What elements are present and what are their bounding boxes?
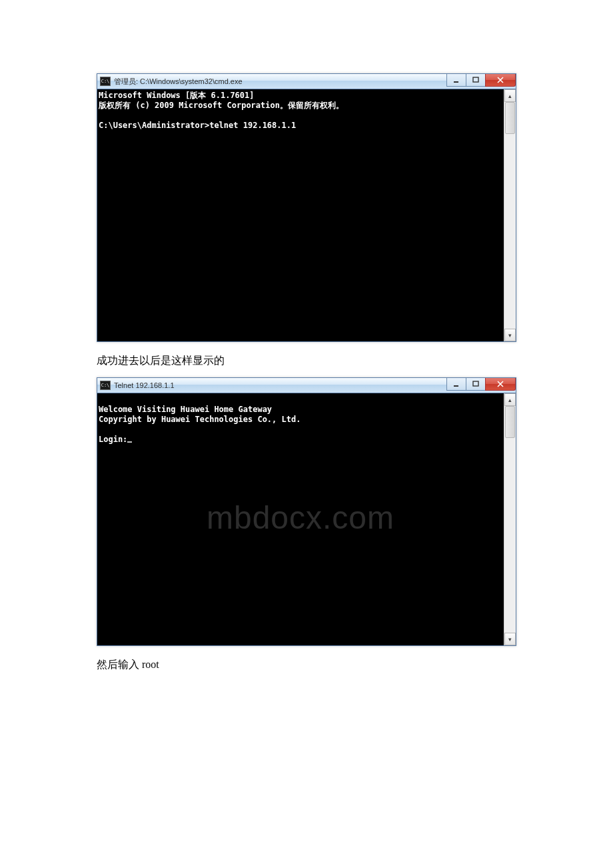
svg-rect-2 [454,385,458,387]
terminal-line: C:\Users\Administrator>telnet 192.168.1.… [99,121,296,130]
cmd-window-1: C:\ 管理员: C:\Windows\system32\cmd.exe Mic… [97,73,516,342]
terminal-body-2: Welcome Visiting Huawei Home Gateway Cop… [97,393,516,645]
svg-rect-3 [473,381,478,386]
scroll-thumb[interactable] [505,102,515,134]
titlebar-1[interactable]: C:\ 管理员: C:\Windows\system32\cmd.exe [97,74,516,89]
minimize-button[interactable] [446,74,466,87]
terminal-line: Login: [99,435,127,444]
terminal-line: Copyright by Huawei Technologies Co., Lt… [99,415,301,424]
scroll-down-button[interactable]: ▾ [504,633,516,645]
cmd-window-2: C:\ Telnet 192.168.1.1 Welcome Visiting … [97,377,516,646]
minimize-icon [453,77,460,83]
scroll-track[interactable] [504,102,516,329]
cmd-icon: C:\ [100,381,111,390]
terminal-output-1[interactable]: Microsoft Windows [版本 6.1.7601] 版权所有 (c)… [97,89,504,341]
maximize-button[interactable] [466,378,486,391]
svg-rect-0 [454,81,458,83]
scroll-thumb[interactable] [505,406,515,438]
window-controls-1 [447,74,516,86]
maximize-icon [472,381,479,387]
caption-2: 然后输入 root [97,658,516,672]
close-button[interactable] [485,378,516,391]
terminal-body-1: Microsoft Windows [版本 6.1.7601] 版权所有 (c)… [97,89,516,341]
scroll-down-button[interactable]: ▾ [504,329,516,341]
close-button[interactable] [485,74,516,87]
titlebar-2[interactable]: C:\ Telnet 192.168.1.1 [97,378,516,393]
terminal-output-2[interactable]: Welcome Visiting Huawei Home Gateway Cop… [97,393,504,645]
window-title-1: 管理员: C:\Windows\system32\cmd.exe [114,77,243,87]
scroll-track[interactable] [504,406,516,633]
window-controls-2 [447,378,516,390]
maximize-button[interactable] [466,74,486,87]
scrollbar-2[interactable]: ▴ ▾ [504,393,516,645]
minimize-icon [453,381,460,387]
scrollbar-1[interactable]: ▴ ▾ [504,89,516,341]
maximize-icon [472,77,479,83]
window-title-2: Telnet 192.168.1.1 [114,381,175,389]
terminal-line: 版权所有 (c) 2009 Microsoft Corporation。保留所有… [99,101,344,110]
document-page: C:\ 管理员: C:\Windows\system32\cmd.exe Mic… [0,0,613,721]
cmd-icon: C:\ [100,77,111,86]
close-icon [496,77,504,83]
scroll-up-button[interactable]: ▴ [504,89,516,102]
svg-rect-1 [473,77,478,82]
terminal-line: Welcome Visiting Huawei Home Gateway [99,405,272,414]
watermark-text: mbdocx.com [207,513,394,523]
caption-1: 成功进去以后是这样显示的 [97,354,516,368]
scroll-up-button[interactable]: ▴ [504,393,516,406]
cursor [127,441,132,443]
close-icon [496,381,504,387]
terminal-line: Microsoft Windows [版本 6.1.7601] [99,91,255,100]
minimize-button[interactable] [446,378,466,391]
